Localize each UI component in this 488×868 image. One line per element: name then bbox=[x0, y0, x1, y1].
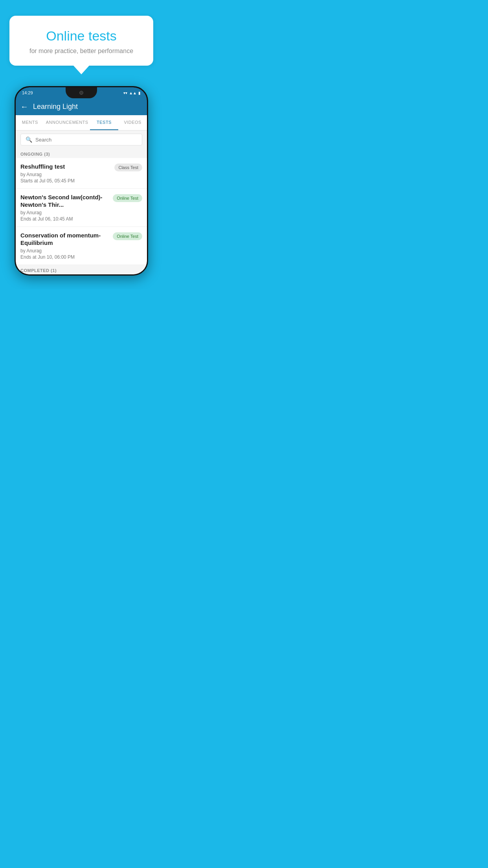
wifi-icon: ▾▾ bbox=[123, 91, 127, 95]
search-input-wrapper[interactable]: 🔍 bbox=[20, 134, 142, 145]
speech-bubble-section: Online tests for more practice, better p… bbox=[0, 0, 163, 66]
notch-camera bbox=[79, 91, 83, 95]
test-badge: Online Test bbox=[113, 232, 142, 240]
test-info: Conservation of momentum-Equilibrium by … bbox=[20, 232, 110, 260]
phone-frame: 14:29 ▾▾ ▲▲ ▮ ← Learning Light MENTS ANN… bbox=[15, 86, 148, 276]
tab-ments[interactable]: MENTS bbox=[16, 115, 44, 130]
volume-down-button bbox=[15, 162, 15, 178]
test-info: Newton's Second law(contd)-Newton's Thir… bbox=[20, 193, 110, 222]
search-input[interactable] bbox=[35, 137, 137, 143]
test-info: Reshuffling test by Anurag Starts at Jul… bbox=[20, 163, 111, 184]
tab-bar: MENTS ANNOUNCEMENTS TESTS VIDEOS bbox=[16, 115, 147, 131]
test-item[interactable]: Reshuffling test by Anurag Starts at Jul… bbox=[16, 158, 147, 189]
volume-up-button bbox=[15, 142, 15, 158]
test-item[interactable]: Newton's Second law(contd)-Newton's Thir… bbox=[16, 189, 147, 227]
signal-icon: ▲▲ bbox=[129, 91, 137, 95]
test-author: by Anurag bbox=[20, 172, 111, 177]
test-author: by Anurag bbox=[20, 248, 110, 254]
bubble-subtitle: for more practice, better performance bbox=[19, 48, 144, 55]
volume-silent-button bbox=[15, 127, 15, 138]
app-header: ← Learning Light bbox=[16, 98, 147, 115]
phone-content: ONGOING (3) Reshuffling test by Anurag S… bbox=[16, 149, 147, 274]
test-badge: Online Test bbox=[113, 194, 142, 202]
phone-screen: 14:29 ▾▾ ▲▲ ▮ ← Learning Light MENTS ANN… bbox=[16, 87, 147, 274]
search-icon: 🔍 bbox=[26, 136, 32, 143]
test-time: Ends at Jul 06, 10:45 AM bbox=[20, 216, 110, 222]
test-badge: Class Test bbox=[114, 164, 142, 171]
status-icons: ▾▾ ▲▲ ▮ bbox=[123, 91, 141, 95]
ongoing-section-header: ONGOING (3) bbox=[16, 149, 147, 158]
phone-notch bbox=[66, 87, 97, 98]
search-bar: 🔍 bbox=[16, 131, 147, 149]
test-title: Reshuffling test bbox=[20, 163, 111, 171]
app-title: Learning Light bbox=[33, 103, 78, 111]
back-button[interactable]: ← bbox=[20, 102, 28, 111]
battery-icon: ▮ bbox=[138, 91, 141, 95]
tab-announcements[interactable]: ANNOUNCEMENTS bbox=[44, 115, 90, 130]
power-button bbox=[147, 134, 148, 150]
test-author: by Anurag bbox=[20, 210, 110, 215]
speech-bubble-card: Online tests for more practice, better p… bbox=[9, 16, 153, 66]
completed-section-header: COMPLETED (1) bbox=[16, 265, 147, 274]
tab-tests[interactable]: TESTS bbox=[90, 115, 119, 130]
test-title: Newton's Second law(contd)-Newton's Thir… bbox=[20, 193, 110, 209]
phone-wrapper: 14:29 ▾▾ ▲▲ ▮ ← Learning Light MENTS ANN… bbox=[0, 86, 163, 276]
tab-videos[interactable]: VIDEOS bbox=[118, 115, 147, 130]
test-time: Starts at Jul 05, 05:45 PM bbox=[20, 178, 111, 184]
status-time: 14:29 bbox=[22, 90, 33, 95]
bubble-title: Online tests bbox=[19, 28, 144, 44]
test-title: Conservation of momentum-Equilibrium bbox=[20, 232, 110, 247]
test-time: Ends at Jun 10, 06:00 PM bbox=[20, 254, 110, 260]
test-item[interactable]: Conservation of momentum-Equilibrium by … bbox=[16, 227, 147, 265]
